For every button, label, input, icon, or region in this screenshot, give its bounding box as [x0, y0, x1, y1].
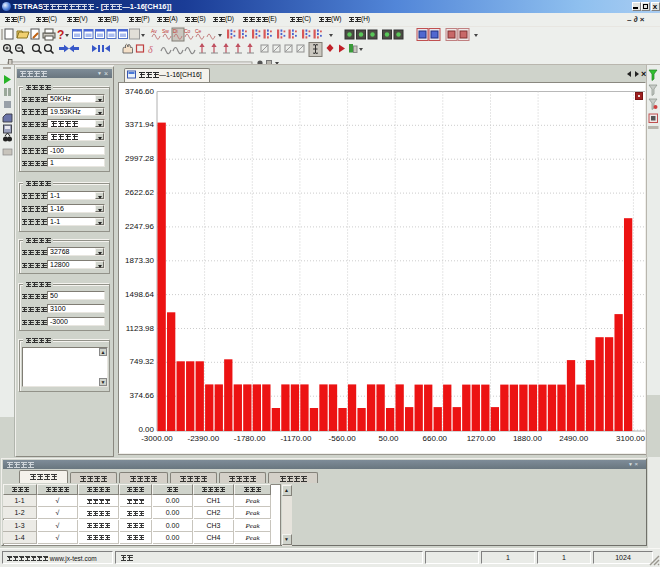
svg-text:Av: Av — [151, 28, 157, 34]
svg-text:?: ? — [57, 28, 64, 42]
svg-text:Co: Co — [184, 28, 191, 34]
svg-text:δ: δ — [148, 44, 153, 55]
svg-text:Ce: Ce — [195, 28, 202, 34]
svg-text:Di: Di — [173, 28, 178, 34]
svg-text:Sw: Sw — [162, 28, 169, 34]
